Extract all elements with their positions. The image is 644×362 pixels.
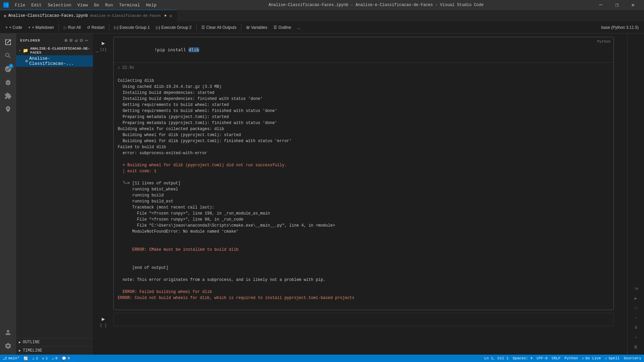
cell-1-output: ✓ 22.9s Collecting dlib Using cached dli… <box>114 62 613 310</box>
clear-all-outputs-button[interactable]: ☰ Clear All Outputs <box>199 23 239 32</box>
activity-account[interactable] <box>2 326 14 339</box>
menu-help[interactable]: Help <box>143 2 159 8</box>
cell-1-code-input[interactable]: !pip install dlib <box>114 37 613 62</box>
status-info[interactable]: ⚠ 0 <box>52 356 57 361</box>
close-button[interactable]: ✕ <box>625 0 641 10</box>
status-eol[interactable]: CRLF <box>552 356 560 360</box>
nb-right-btn-2[interactable]: ▶ <box>631 294 641 303</box>
execute-group1-button[interactable]: ▷| Execute Group 1 <box>111 23 152 32</box>
plus-icon: + <box>5 25 8 30</box>
chevron-right-timeline-icon: ▶ <box>19 349 21 353</box>
root-folder-label: ANALISE-E-CLASSIFICACAO-DE-FACES <box>30 47 90 55</box>
refresh-icon[interactable]: ↺ <box>74 37 78 44</box>
code-pip-text: !pip install <box>155 47 189 52</box>
cursor-position: Ln 1, Col 1 <box>484 356 509 360</box>
variables-button[interactable]: ⊞ Variables <box>244 23 270 32</box>
collapse-icon[interactable]: ⊟ <box>79 37 84 44</box>
outline-button[interactable]: ☰ Outline <box>271 23 294 32</box>
output-line-1: Collecting dlib Using cached dlib-19.24.… <box>118 78 292 156</box>
status-warnings[interactable]: ⚠ 1 <box>32 356 38 361</box>
cell-1-output-status: ✓ 22.9s <box>118 65 609 70</box>
tab-notebook[interactable]: ⊞ Analise-Classificacao-Faces.ipynb Anal… <box>0 10 177 21</box>
menu-terminal[interactable]: Terminal <box>116 2 143 8</box>
tab-close-button[interactable]: ✕ <box>169 13 173 19</box>
activity-extensions[interactable] <box>2 90 14 102</box>
menu-selection[interactable]: Selection <box>45 2 74 8</box>
tab-notebook-path: Analise-e-Classificacao-de-Faces <box>90 14 161 18</box>
cell-1-body: !pip install dlib Python ✓ 22.9s Collect… <box>113 37 627 310</box>
branch-icon: ⎇ <box>3 356 7 361</box>
status-language[interactable]: Python <box>565 356 578 360</box>
status-spaces[interactable]: Spaces: 4 <box>513 356 532 360</box>
clear-all-icon: ☰ <box>201 25 205 30</box>
status-cursor[interactable]: Ln 1, Col 1 <box>484 356 509 360</box>
window-title: Analise-Classificacao-Faces.ipynb - Anal… <box>269 3 484 7</box>
new-folder-icon[interactable]: ⊞ <box>69 37 73 44</box>
nb-right-btn-3[interactable]: □ <box>631 304 641 312</box>
execute-group2-button[interactable]: ▷| Execute Group 2 <box>153 23 194 32</box>
output-error-2: ERROR: CMake must be installed to build … <box>118 247 238 252</box>
status-encoding[interactable]: UTF-8 <box>537 356 548 360</box>
notebook-area[interactable]: ▶ [1] ⋯ !pip install dlib Python <box>93 34 627 355</box>
chevron-right-outline-icon: ▶ <box>19 340 21 344</box>
activity-settings[interactable] <box>2 340 14 352</box>
more-toolbar-button[interactable]: ... <box>294 23 303 32</box>
status-bar: ⎇ main* 🔄 ⚠ 1 ✕ 1 ⚠ 0 💬 0 Ln 1, Col 1 Sp… <box>0 355 644 362</box>
nb-right-btn-6[interactable]: ⋯ <box>631 333 641 342</box>
menu-view[interactable]: View <box>75 2 91 8</box>
restart-button[interactable]: ↺ Restart <box>84 23 107 32</box>
cell-2-code-input[interactable] <box>114 313 613 325</box>
nb-right-btn-5[interactable]: ⏸ <box>631 323 641 332</box>
outline-section[interactable]: ▶ OUTLINE <box>16 338 93 346</box>
cell-2-number: [ ] <box>100 323 107 327</box>
status-spell[interactable]: ✓ Spell <box>605 356 620 361</box>
cell-1: ▶ [1] ⋯ !pip install dlib Python <box>93 37 627 310</box>
nb-right-btn-1[interactable]: ↑⊞ <box>631 284 641 293</box>
minimize-button[interactable]: ─ <box>593 0 608 10</box>
language-label: Python <box>565 356 578 360</box>
window-controls: ─ ❐ ✕ <box>593 0 641 10</box>
menu-go[interactable]: Go <box>91 2 102 8</box>
activity-search[interactable] <box>2 50 14 62</box>
status-branch[interactable]: ⎇ main* <box>3 356 19 361</box>
plus-markdown-icon: + <box>28 25 31 30</box>
golive-icon: ⚡ <box>582 356 584 361</box>
status-errors[interactable]: ✕ 1 <box>42 356 48 361</box>
status-hints[interactable]: 💬 0 <box>62 356 70 361</box>
timeline-section[interactable]: ▶ TIMELINE <box>16 346 93 355</box>
status-sync[interactable]: 🔄 <box>23 356 28 361</box>
menu-file[interactable]: File <box>12 2 28 8</box>
run-all-button[interactable]: ▷ Run All <box>61 23 84 32</box>
output-line-end: [end of output] note: This error origina… <box>118 265 325 282</box>
notebook-toolbar: + + Code + + Markdown ▷ Run All ↺ Restar… <box>0 22 644 34</box>
activity-explorer[interactable] <box>2 36 14 48</box>
activity-run-debug[interactable] <box>2 76 14 88</box>
sidebar-item-notebook[interactable]: ⊞ Analise-Classificacao-... <box>16 55 93 67</box>
sidebar-root-folder[interactable]: ▾ 📁 ANALISE-E-CLASSIFICACAO-DE-FACES <box>16 46 93 55</box>
hints-count: 0 <box>68 356 70 360</box>
nb-right-btn-4[interactable]: ⇢ <box>631 313 641 322</box>
cell-2-run-button[interactable]: ▶ <box>100 315 107 323</box>
more-sidebar-icon[interactable]: ⋯ <box>85 37 89 44</box>
error-icon: ✕ <box>42 356 44 361</box>
main-layout: 1 EXPLORER ⊕ ⊞ ↺ ⊟ <box>0 34 644 355</box>
kernel-button[interactable]: base (Python 3.11.5) <box>599 23 641 32</box>
menu-run[interactable]: Run <box>102 2 115 8</box>
menu-edit[interactable]: Edit <box>29 2 44 8</box>
sync-icon: 🔄 <box>23 356 28 361</box>
hints-icon: 💬 <box>62 356 66 361</box>
add-markdown-button[interactable]: + + Markdown <box>25 23 57 32</box>
cell-1-run-button[interactable]: ▶ <box>100 40 107 47</box>
status-golive[interactable]: ⚡ Go Live <box>582 356 601 361</box>
maximize-button[interactable]: ❐ <box>609 0 625 10</box>
cell-1-dots[interactable]: ⋯ <box>96 49 99 55</box>
cell-2-gutter: ▶ [ ] <box>93 313 113 327</box>
activity-remote[interactable] <box>2 103 14 115</box>
activity-source-control[interactable]: 1 <box>2 63 14 75</box>
nb-right-btn-7[interactable]: 🗑 <box>631 343 641 351</box>
add-code-button[interactable]: + + Code <box>3 23 25 32</box>
spell-label: Spell <box>608 356 620 360</box>
new-file-icon[interactable]: ⊕ <box>64 37 68 44</box>
status-sourcery[interactable]: Sourcery <box>624 356 641 360</box>
status-bar-right: Ln 1, Col 1 Spaces: 4 UTF-8 CRLF Python … <box>484 356 641 361</box>
